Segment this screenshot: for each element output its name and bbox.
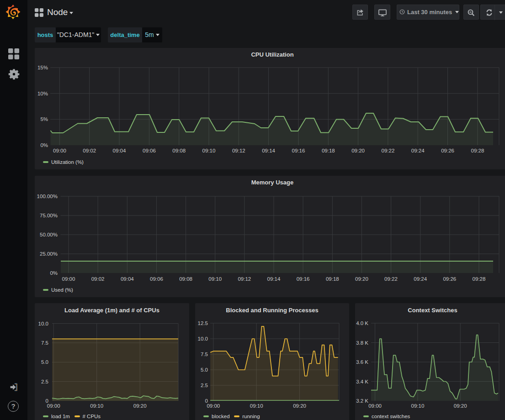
- svg-text:4.0 K: 4.0 K: [356, 320, 368, 326]
- svg-text:5.0: 5.0: [201, 367, 208, 373]
- svg-text:09:12: 09:12: [232, 148, 245, 153]
- svg-text:09:18: 09:18: [326, 276, 339, 282]
- svg-text:09:16: 09:16: [292, 148, 305, 153]
- svg-text:09:00: 09:00: [47, 403, 60, 409]
- svg-text:50.00%: 50.00%: [40, 232, 58, 237]
- svg-text:09:14: 09:14: [262, 148, 275, 153]
- svg-text:5%: 5%: [40, 116, 48, 122]
- svg-text:09:06: 09:06: [143, 148, 156, 153]
- svg-text:12.5: 12.5: [198, 320, 208, 326]
- svg-text:09:14: 09:14: [267, 276, 281, 282]
- svg-text:3.4 K: 3.4 K: [356, 379, 368, 384]
- svg-text:09:08: 09:08: [179, 276, 192, 282]
- svg-text:09:20: 09:20: [355, 276, 368, 282]
- svg-text:09:10: 09:10: [90, 403, 103, 409]
- svg-text:09:02: 09:02: [83, 148, 96, 153]
- svg-text:75.00%: 75.00%: [40, 213, 58, 218]
- svg-text:5.0: 5.0: [41, 359, 48, 365]
- svg-text:09:00: 09:00: [207, 403, 220, 409]
- svg-text:09:00: 09:00: [368, 403, 382, 409]
- svg-text:09:20: 09:20: [293, 403, 306, 409]
- svg-text:09:10: 09:10: [411, 403, 425, 409]
- svg-text:3.2 K: 3.2 K: [356, 398, 368, 404]
- svg-text:0%: 0%: [50, 270, 58, 276]
- svg-text:09:18: 09:18: [322, 148, 335, 153]
- svg-text:09:20: 09:20: [351, 148, 365, 153]
- svg-text:09:16: 09:16: [297, 276, 310, 282]
- svg-text:2.5: 2.5: [41, 379, 48, 384]
- svg-text:09:08: 09:08: [172, 148, 186, 153]
- svg-text:09:02: 09:02: [91, 276, 105, 282]
- svg-text:09:04: 09:04: [121, 276, 134, 282]
- svg-text:7.5: 7.5: [41, 340, 48, 346]
- svg-text:09:22: 09:22: [382, 148, 395, 153]
- svg-text:09:24: 09:24: [411, 148, 425, 153]
- svg-text:0: 0: [46, 398, 48, 404]
- svg-text:09:00: 09:00: [53, 148, 66, 153]
- svg-text:10%: 10%: [37, 91, 48, 96]
- svg-text:3.8 K: 3.8 K: [356, 340, 368, 346]
- svg-text:09:20: 09:20: [454, 403, 467, 409]
- svg-text:09:28: 09:28: [471, 148, 484, 153]
- svg-text:2.5: 2.5: [201, 383, 208, 388]
- svg-text:09:26: 09:26: [443, 276, 456, 282]
- svg-text:09:00: 09:00: [62, 276, 75, 282]
- svg-text:09:12: 09:12: [238, 276, 251, 282]
- svg-text:09:10: 09:10: [208, 276, 222, 282]
- svg-text:09:28: 09:28: [473, 276, 486, 282]
- svg-text:0%: 0%: [40, 142, 48, 148]
- svg-text:09:20: 09:20: [133, 403, 147, 409]
- svg-text:09:04: 09:04: [113, 148, 126, 153]
- svg-text:09:10: 09:10: [202, 148, 216, 153]
- svg-text:0: 0: [205, 398, 208, 404]
- svg-text:10.0: 10.0: [198, 336, 208, 341]
- svg-text:7.5: 7.5: [201, 352, 208, 357]
- svg-text:09:24: 09:24: [414, 276, 427, 282]
- svg-text:10.0: 10.0: [38, 321, 48, 326]
- svg-text:25.00%: 25.00%: [40, 251, 58, 257]
- svg-text:09:22: 09:22: [384, 276, 398, 282]
- svg-text:100.00%: 100.00%: [37, 194, 58, 199]
- svg-text:09:06: 09:06: [150, 276, 163, 282]
- svg-text:15%: 15%: [37, 65, 48, 70]
- svg-text:09:26: 09:26: [441, 148, 454, 153]
- svg-text:3.6 K: 3.6 K: [356, 359, 368, 365]
- svg-text:09:10: 09:10: [250, 403, 263, 409]
